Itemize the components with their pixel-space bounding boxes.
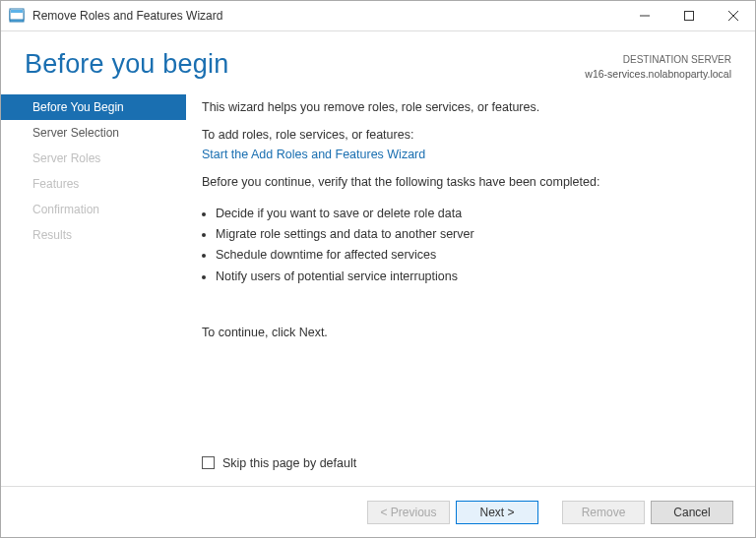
cancel-button[interactable]: Cancel xyxy=(651,501,733,524)
next-button[interactable]: Next > xyxy=(456,501,538,524)
list-item: Schedule downtime for affected services xyxy=(216,246,731,264)
step-results: Results xyxy=(1,222,186,248)
destination-label: DESTINATION SERVER xyxy=(585,53,731,67)
wizard-steps: Before You Begin Server Selection Server… xyxy=(1,90,186,486)
verify-prompt: Before you continue, verify that the fol… xyxy=(202,173,731,191)
step-confirmation: Confirmation xyxy=(1,197,186,222)
app-icon xyxy=(9,8,25,24)
list-item: Migrate role settings and data to anothe… xyxy=(216,225,731,243)
page-title: Before you begin xyxy=(25,49,228,80)
continue-hint: To continue, click Next. xyxy=(202,324,731,341)
destination-value: w16-services.nolabnoparty.local xyxy=(585,67,731,81)
svg-rect-2 xyxy=(11,10,23,13)
add-prompt: To add roles, role services, or features… xyxy=(202,126,731,144)
main-content: This wizard helps you remove roles, role… xyxy=(202,90,731,486)
intro-text: This wizard helps you remove roles, role… xyxy=(202,98,731,116)
window-controls xyxy=(622,1,755,30)
remove-button: Remove xyxy=(562,501,645,524)
previous-button: < Previous xyxy=(367,501,450,524)
list-item: Decide if you want to save or delete rol… xyxy=(216,205,731,222)
titlebar: Remove Roles and Features Wizard xyxy=(1,1,755,31)
step-server-roles: Server Roles xyxy=(1,146,186,171)
maximize-button[interactable] xyxy=(666,1,711,30)
prereq-list: Decide if you want to save or delete rol… xyxy=(202,205,731,288)
add-roles-link[interactable]: Start the Add Roles and Features Wizard xyxy=(202,148,425,161)
skip-row: Skip this page by default xyxy=(202,447,731,486)
skip-checkbox[interactable] xyxy=(202,456,215,469)
list-item: Notify users of potential service interr… xyxy=(216,268,731,285)
window-title: Remove Roles and Features Wizard xyxy=(32,9,622,23)
step-before-you-begin[interactable]: Before You Begin xyxy=(1,94,186,120)
step-server-selection[interactable]: Server Selection xyxy=(1,120,186,146)
close-button[interactable] xyxy=(711,1,755,30)
step-features: Features xyxy=(1,171,186,197)
footer: < Previous Next > Remove Cancel xyxy=(1,486,755,537)
skip-label: Skip this page by default xyxy=(222,454,356,472)
minimize-button[interactable] xyxy=(622,1,666,30)
header: Before you begin DESTINATION SERVER w16-… xyxy=(1,31,755,90)
destination-server: DESTINATION SERVER w16-services.nolabnop… xyxy=(585,49,731,81)
svg-rect-4 xyxy=(684,12,693,21)
